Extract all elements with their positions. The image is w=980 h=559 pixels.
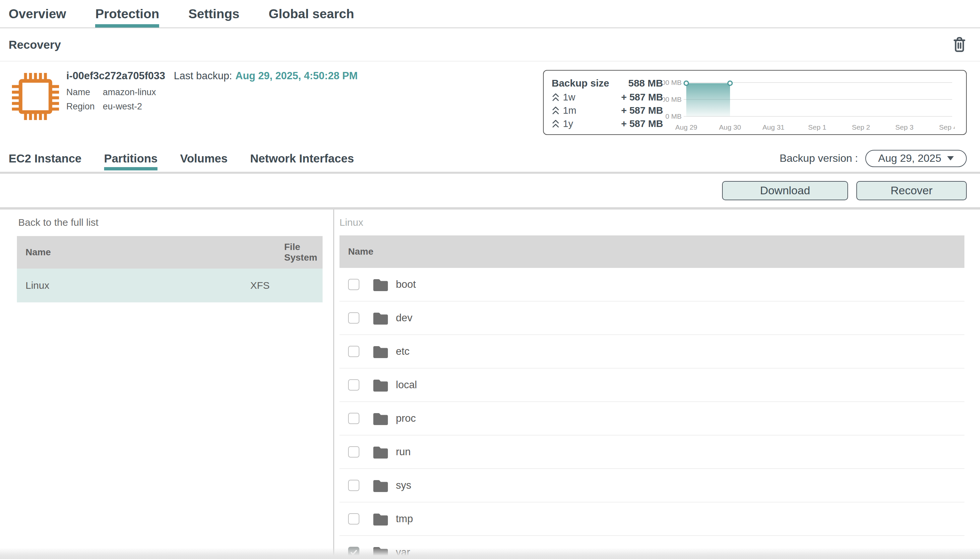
- file-row[interactable]: run: [339, 435, 964, 469]
- actions-row: Download Recover: [0, 174, 980, 207]
- partitions-table: Name File System Linux XFS: [17, 236, 322, 303]
- xtick-sep2: Sep 2: [852, 123, 870, 131]
- instance-region-value: eu-west-2: [103, 101, 142, 112]
- folder-icon: [373, 512, 388, 526]
- column-header-file-system: File System: [284, 242, 322, 263]
- file-row[interactable]: etc: [339, 335, 964, 368]
- folder-icon: [373, 378, 388, 392]
- tab-volumes[interactable]: Volumes: [180, 145, 227, 172]
- download-button-label: Download: [760, 184, 810, 197]
- delta-period: 1m: [563, 105, 576, 116]
- recover-button[interactable]: Recover: [856, 181, 967, 200]
- file-name: tmp: [396, 513, 413, 525]
- file-name: dev: [396, 312, 412, 324]
- tab-protection[interactable]: Protection: [95, 0, 159, 28]
- chevron-double-up-icon: [552, 92, 560, 102]
- chevron-double-up-icon: [552, 119, 560, 129]
- trash-icon[interactable]: [952, 36, 967, 53]
- file-name: boot: [396, 278, 416, 290]
- folder-icon: [373, 479, 388, 492]
- partition-row[interactable]: Linux XFS: [17, 269, 322, 303]
- checkbox[interactable]: [348, 413, 359, 424]
- tab-partitions-label: Partitions: [104, 152, 157, 165]
- file-name: proc: [396, 412, 416, 424]
- file-name: run: [396, 446, 411, 458]
- last-backup-date-link[interactable]: Aug 29, 2025, 4:50:28 PM: [235, 70, 358, 82]
- instance-name-label: Name: [66, 87, 103, 98]
- checkbox[interactable]: [348, 346, 359, 357]
- tab-partitions[interactable]: Partitions: [104, 145, 157, 172]
- folder-icon: [373, 445, 388, 458]
- file-row[interactable]: local: [339, 368, 964, 402]
- chevron-double-up-icon: [552, 106, 560, 116]
- file-row[interactable]: dev: [339, 301, 964, 335]
- main-content: Back to the full list Name File System L…: [0, 210, 980, 559]
- delta-period: 1y: [563, 118, 573, 129]
- checkbox[interactable]: [348, 547, 359, 558]
- delta-period: 1w: [563, 92, 575, 103]
- file-table-header: Name: [339, 235, 964, 268]
- ytick-300: 300 MB: [663, 96, 682, 103]
- file-row[interactable]: tmp: [339, 502, 964, 536]
- tab-global-search-label: Global search: [269, 7, 354, 21]
- tab-volumes-label: Volumes: [180, 152, 227, 165]
- checkbox[interactable]: [348, 379, 359, 390]
- file-name: sys: [396, 480, 412, 491]
- recover-button-label: Recover: [891, 184, 932, 197]
- tab-global-search[interactable]: Global search: [269, 0, 354, 28]
- checkbox[interactable]: [348, 513, 359, 524]
- tab-protection-label: Protection: [95, 7, 159, 21]
- download-button[interactable]: Download: [722, 181, 848, 200]
- folder-icon: [373, 311, 388, 324]
- checkbox[interactable]: [348, 480, 359, 491]
- instance-id: i-00ef3c272a705f033: [66, 70, 165, 82]
- tab-overview-label: Overview: [8, 7, 66, 21]
- folder-icon: [373, 546, 388, 559]
- tab-network-interfaces[interactable]: Network Interfaces: [250, 145, 354, 172]
- xtick-aug30: Aug 30: [719, 123, 741, 131]
- divider: [0, 207, 980, 210]
- top-nav: Overview Protection Settings Global sear…: [0, 0, 980, 28]
- folder-icon: [373, 278, 388, 291]
- backup-version-dropdown[interactable]: Aug 29, 2025: [865, 150, 967, 167]
- backup-delta-1m: 1m + 587 MB: [552, 104, 663, 117]
- file-row[interactable]: sys: [339, 469, 964, 502]
- backup-size-chart: 600 MB 300 MB 0 MB Aug 29 Aug 30 Aug 31 …: [663, 71, 966, 134]
- partitions-table-header: Name File System: [17, 236, 322, 269]
- checkbox[interactable]: [348, 446, 359, 458]
- instance-section: i-00ef3c272a705f033 Last backup: Aug 29,…: [0, 61, 980, 145]
- instance-name-value: amazon-linux: [103, 87, 156, 98]
- column-header-name: Name: [17, 247, 51, 258]
- backup-size-stats: Backup size 588 MB 1w + 587 MB 1m: [544, 71, 663, 134]
- checkbox[interactable]: [348, 279, 359, 290]
- instance-region-label: Region: [66, 101, 103, 112]
- file-browser-title: Linux: [339, 217, 964, 228]
- tab-ec2-instance[interactable]: EC2 Instance: [8, 145, 81, 172]
- backup-size-label: Backup size: [552, 78, 609, 89]
- folder-icon: [373, 412, 388, 425]
- detail-tabs-row: EC2 Instance Partitions Volumes Network …: [0, 145, 980, 172]
- delta-value: + 587 MB: [621, 105, 663, 116]
- xtick-sep4: Sep 4: [939, 123, 955, 131]
- delta-value: + 587 MB: [621, 118, 663, 129]
- checkbox[interactable]: [348, 312, 359, 324]
- tab-settings-label: Settings: [188, 7, 240, 21]
- active-tab-underline: [104, 167, 157, 170]
- file-name: var: [396, 546, 410, 558]
- file-row[interactable]: var: [339, 536, 964, 559]
- back-to-full-list-link[interactable]: Back to the full list: [18, 217, 99, 228]
- tab-ec2-instance-label: EC2 Instance: [8, 152, 81, 165]
- backup-version-value: Aug 29, 2025: [878, 152, 941, 164]
- backup-size-total: 588 MB: [628, 78, 663, 89]
- file-row[interactable]: proc: [339, 402, 964, 435]
- tab-settings[interactable]: Settings: [188, 0, 240, 28]
- file-row[interactable]: boot: [339, 268, 964, 301]
- delta-value: + 587 MB: [621, 92, 663, 103]
- tab-overview[interactable]: Overview: [8, 0, 66, 28]
- ytick-600: 600 MB: [663, 79, 682, 86]
- ytick-0: 0 MB: [665, 112, 682, 120]
- backup-delta-1y: 1y + 587 MB: [552, 117, 663, 130]
- instance-info: i-00ef3c272a705f033 Last backup: Aug 29,…: [66, 70, 358, 112]
- file-name: etc: [396, 346, 410, 357]
- partitions-panel: Back to the full list Name File System L…: [0, 210, 334, 559]
